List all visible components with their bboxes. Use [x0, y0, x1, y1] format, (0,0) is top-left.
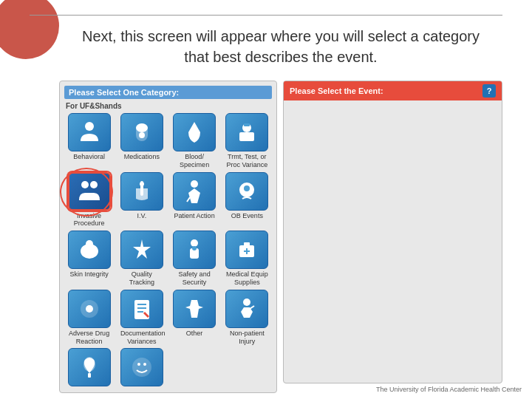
cat-item-patient-action[interactable]: Patient Action [170, 172, 219, 228]
cat-label-other: Other [173, 330, 216, 338]
help-button[interactable]: ? [482, 84, 496, 98]
cat-label-ob-events: OB Events [225, 212, 268, 220]
cat-item-extra1[interactable] [64, 348, 114, 388]
cat-icon-safety-security [173, 231, 216, 269]
cat-item-invasive-procedure[interactable]: Invasive Procedure [64, 172, 114, 228]
cat-item-blood-specimen[interactable]: Blood/ Specimen [170, 113, 219, 169]
svg-point-3 [139, 132, 145, 138]
cat-item-extra2[interactable] [117, 348, 166, 388]
right-panel: Please Select the Event: ? [283, 81, 502, 383]
svg-rect-33 [88, 373, 91, 378]
cat-icon-documentation [120, 290, 163, 328]
left-panel: Please Select One Category: For UF&Shand… [59, 81, 277, 393]
cat-icon-quality-tracking [120, 231, 163, 269]
svg-line-12 [187, 197, 190, 202]
header-text: Next, this screen will appear where you … [59, 26, 502, 67]
cat-label-medical-equip: Medical Equip Supplies [225, 270, 268, 287]
cat-item-quality-tracking[interactable]: Quality Tracking [117, 231, 166, 287]
cat-item-iv[interactable]: I.V. [117, 172, 166, 228]
cat-icon-skin-integrity [68, 231, 111, 269]
svg-rect-6 [244, 123, 250, 126]
svg-point-30 [243, 299, 250, 306]
cat-item-ob-events[interactable]: OB Events [222, 172, 272, 228]
panels-row: Please Select One Category: For UF&Shand… [59, 81, 502, 393]
cat-icon-adverse-drug [68, 290, 111, 328]
cat-label-medications: Medications [120, 153, 163, 161]
cat-label-iv: I.V. [120, 212, 163, 220]
cat-item-medical-equip[interactable]: Medical Equip Supplies [222, 231, 272, 287]
svg-point-34 [132, 358, 151, 377]
category-grid: Behavioral Medications Blood/ Specimen [64, 113, 272, 388]
cat-label-blood-specimen: Blood/ Specimen [173, 153, 216, 169]
cat-label-skin-integrity: Skin Integrity [68, 270, 111, 279]
svg-point-36 [143, 363, 146, 366]
left-panel-title: Please Select One Category: [64, 86, 272, 99]
svg-line-31 [250, 306, 254, 309]
header-line1: Next, this screen will appear where you … [82, 28, 480, 44]
cat-icon-invasive-procedure [68, 172, 111, 211]
svg-point-16 [86, 240, 93, 248]
svg-rect-21 [244, 242, 250, 247]
cat-label-adverse-drug: Adverse Drug Reaction [68, 330, 111, 346]
header-line2: that best describes the event. [184, 49, 377, 65]
cat-item-other[interactable]: Other [170, 290, 219, 346]
cat-icon-patient-action [173, 172, 216, 211]
cat-label-patient-action: Patient Action [173, 212, 216, 220]
cat-icon-extra1 [68, 348, 111, 386]
svg-point-17 [191, 239, 198, 247]
cat-icon-extra2 [120, 348, 163, 386]
cat-label-safety-security: Safety and Security [173, 270, 216, 287]
cat-icon-ob-events [225, 172, 268, 211]
cat-label-invasive-procedure: Invasive Procedure [68, 212, 111, 228]
svg-point-10 [140, 182, 144, 186]
cat-icon-medical-equip [225, 231, 268, 269]
cat-item-behavioral[interactable]: Behavioral [64, 113, 114, 169]
cat-label-behavioral: Behavioral [68, 153, 111, 161]
cat-icon-non-patient [225, 290, 268, 328]
cat-icon-trmt-test [225, 113, 268, 151]
svg-point-35 [137, 363, 140, 366]
cat-icon-other [173, 290, 216, 328]
cat-icon-medications [120, 113, 163, 151]
cat-label-documentation: Documentation Variances [120, 330, 163, 346]
cat-label-non-patient: Non-patient Injury [225, 330, 268, 346]
section-label: For UF&Shands [66, 102, 272, 110]
svg-point-8 [90, 181, 98, 188]
cat-item-skin-integrity[interactable]: Skin Integrity [64, 231, 114, 287]
right-panel-title-bar: Please Select the Event: ? [284, 81, 502, 100]
top-divider [30, 15, 502, 16]
svg-point-7 [81, 181, 89, 188]
svg-rect-4 [239, 132, 254, 141]
cat-label-quality-tracking: Quality Tracking [120, 270, 163, 287]
cat-item-medications[interactable]: Medications [117, 113, 166, 169]
cat-icon-iv [120, 172, 163, 211]
cat-icon-behavioral [68, 113, 111, 151]
svg-point-25 [86, 305, 93, 313]
cat-icon-blood-specimen [173, 113, 216, 151]
cat-item-trmt-test[interactable]: Trmt, Test, or Proc Variance [222, 113, 272, 169]
cat-item-documentation[interactable]: Documentation Variances [117, 290, 166, 346]
right-panel-title-text: Please Select the Event: [290, 86, 383, 95]
cat-label-trmt-test: Trmt, Test, or Proc Variance [225, 153, 268, 169]
svg-rect-19 [192, 246, 197, 250]
svg-point-14 [244, 185, 250, 191]
svg-point-11 [191, 180, 198, 188]
cat-item-safety-security[interactable]: Safety and Security [170, 231, 219, 287]
cat-item-adverse-drug[interactable]: Adverse Drug Reaction [64, 290, 114, 346]
svg-point-0 [85, 122, 94, 131]
cat-item-non-patient[interactable]: Non-patient Injury [222, 290, 272, 346]
svg-rect-2 [136, 123, 148, 132]
